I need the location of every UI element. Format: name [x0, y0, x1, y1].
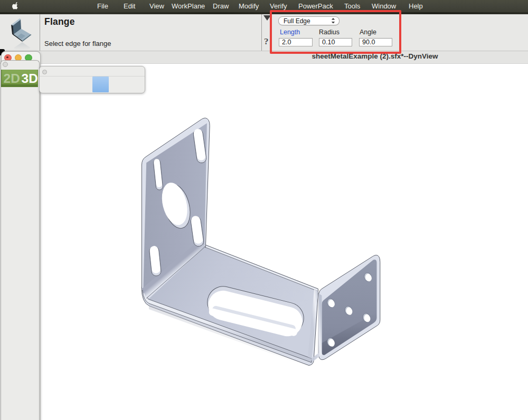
toolbar-divider	[40, 76, 145, 77]
panel-separator-2	[261, 14, 262, 51]
menu-file[interactable]: File	[97, 0, 108, 12]
application-window: File Edit View WorkPlane Draw Modify Ver…	[0, 0, 528, 420]
red-annotation-rectangle	[270, 10, 401, 54]
help-button[interactable]: ?	[264, 36, 269, 47]
tab-2d[interactable]: 2D	[4, 71, 20, 86]
menu-draw[interactable]: Draw	[213, 0, 229, 12]
menu-view[interactable]: View	[149, 0, 164, 12]
menu-modify[interactable]: Modify	[239, 0, 259, 12]
selected-tool-highlight	[92, 77, 109, 92]
toolbar-close-icon[interactable]	[42, 70, 47, 74]
palette-mode-tabs: 2D 3D	[1, 70, 39, 87]
panel-separator-1	[40, 14, 40, 51]
application-name-redacted	[23, 1, 91, 11]
tool-prompt: Select edge for flange	[44, 40, 111, 47]
tool-title: Flange	[44, 16, 75, 27]
menu-help[interactable]: Help	[409, 0, 423, 12]
flange-tool-icon	[5, 15, 38, 50]
apple-menu-icon[interactable]	[11, 2, 18, 10]
tab-3d[interactable]: 3D	[22, 71, 38, 86]
sheet-metal-bracket-model[interactable]	[121, 100, 401, 380]
menu-bar: File Edit View WorkPlane Draw Modify Ver…	[0, 0, 528, 12]
menu-edit[interactable]: Edit	[124, 0, 135, 12]
bracket-right-plate	[312, 255, 380, 361]
tool-palette	[1, 60, 40, 420]
flange-sub-toolbar	[39, 66, 145, 93]
document-title-bar	[0, 51, 528, 64]
menu-workplane[interactable]: WorkPlane	[172, 0, 205, 12]
